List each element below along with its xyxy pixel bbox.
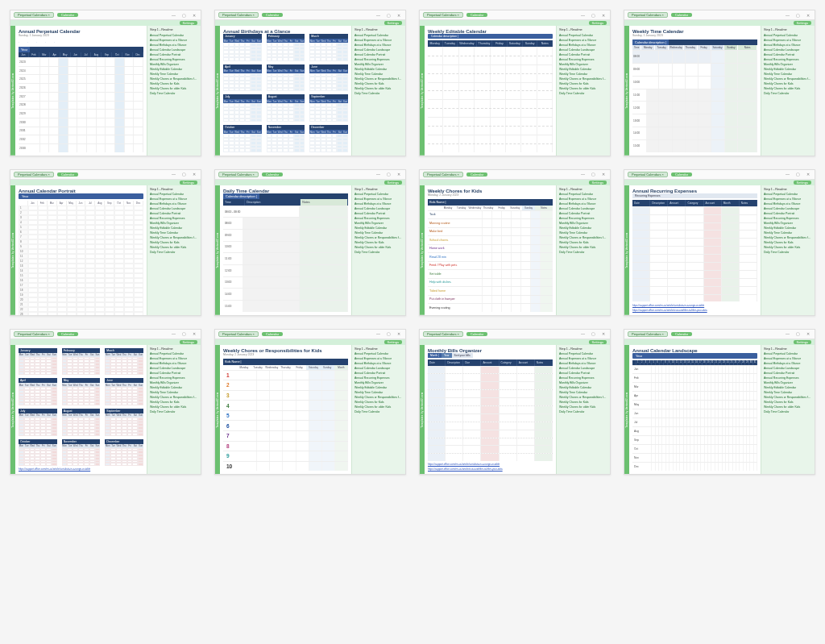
help-link[interactable]: https://support.office.com/en-us/article… [19, 467, 143, 471]
sidebar-link[interactable]: Annual Perpetual Calendar [150, 193, 198, 197]
sidebar-link[interactable]: Daily Time Calendar [559, 92, 607, 96]
sidebar-link[interactable]: Daily Time Calendar [764, 410, 812, 414]
sidebar-link[interactable]: Monthly Bills Organizer [559, 222, 607, 226]
sidebar-link[interactable]: Annual Calendar Landscape [764, 207, 812, 211]
max-icon[interactable]: ▢ [180, 172, 188, 177]
sidebar-link[interactable]: Daily Time Calendar [150, 92, 198, 96]
sidebar-link[interactable]: Monthly Bills Organizer [150, 63, 198, 67]
sidebar-link[interactable]: Annual Perpetual Calendar [150, 34, 198, 38]
sidebar-link[interactable]: Weekly Chores for older Kids [559, 87, 607, 91]
sidebar-link[interactable]: Annual Birthdays at a Glance [764, 44, 812, 48]
sidebar-link[interactable]: Weekly Chores for older Kids [559, 405, 607, 409]
sidebar-link[interactable]: Annual Calendar Landscape [150, 367, 198, 371]
kids-name-button[interactable]: Kids Name | [223, 359, 244, 365]
tab-perpetual[interactable]: Perpetual Calendars × [628, 172, 668, 177]
sidebar-link[interactable]: Weekly Chores for Kids [764, 401, 812, 405]
sidebar-link[interactable]: Annual Calendar Landscape [764, 367, 812, 371]
sidebar-link[interactable]: Monthly Bills Organizer [354, 222, 403, 226]
sidebar-link[interactable]: Weekly Chores for Kids [354, 82, 403, 86]
description-button[interactable]: Calendar description | [428, 34, 553, 39]
sidebar-link[interactable]: Annual Perpetual Calendar [764, 34, 812, 38]
sidebar-link[interactable]: Weekly Time Calendar [354, 391, 403, 395]
sidebar-link[interactable]: Annual Recurring Expenses [764, 58, 812, 62]
sidebar-link[interactable]: Annual Birthdays at a Glance [354, 202, 403, 206]
tab-calendar[interactable]: Calendar [57, 172, 78, 177]
sidebar-link[interactable]: Weekly Time Calendar [764, 73, 812, 77]
sidebar-link[interactable]: Daily Time Calendar [559, 251, 607, 255]
help-link[interactable]: https://support.office.com/en-us/article… [632, 309, 757, 312]
sidebar-link[interactable]: Weekly Chores for older Kids [354, 246, 403, 250]
sidebar-link[interactable]: Weekly Chores for Kids [354, 401, 403, 405]
settings-button[interactable]: Settings [589, 340, 607, 344]
tab-calendar[interactable]: Calendar [57, 13, 78, 17]
sidebar-link[interactable]: Weekly Editable Calendar [354, 68, 403, 72]
sidebar-link[interactable]: Annual Calendar Portrait [764, 372, 812, 376]
sidebar-link[interactable]: Annual Calendar Landscape [354, 207, 403, 211]
settings-button[interactable]: Settings [384, 340, 402, 344]
min-icon[interactable]: — [784, 331, 791, 336]
sidebar-link[interactable]: Monthly Bills Organizer [354, 381, 403, 385]
sidebar-link[interactable]: Weekly Chores or Responsibilities for… [354, 236, 403, 240]
sidebar-link[interactable]: Weekly Chores or Responsibilities for… [764, 396, 812, 400]
sidebar-link[interactable]: Annual Calendar Landscape [150, 48, 198, 52]
sidebar-link[interactable]: Annual Perpetual Calendar [354, 34, 403, 38]
max-icon[interactable]: ▢ [794, 13, 802, 18]
settings-button[interactable]: Settings [589, 21, 607, 25]
settings-button[interactable]: Settings [180, 181, 197, 185]
sidebar-link[interactable]: Weekly Chores or Responsibilities for… [150, 236, 198, 240]
tab-calendar[interactable]: Calendar [671, 13, 692, 17]
sidebar-link[interactable]: Annual Expenses at a Glance [354, 357, 403, 361]
sidebar-link[interactable]: Weekly Time Calendar [559, 391, 607, 395]
sidebar-link[interactable]: Annual Perpetual Calendar [354, 352, 403, 356]
sidebar-link[interactable]: Weekly Chores for older Kids [354, 87, 403, 91]
sidebar-link[interactable]: Annual Expenses at a Glance [764, 357, 812, 361]
sidebar-link[interactable]: Weekly Chores or Responsibilities for… [559, 77, 607, 81]
sidebar-link[interactable]: Annual Birthdays at a Glance [764, 202, 812, 206]
sidebar-link[interactable]: Weekly Time Calendar [150, 73, 198, 77]
sidebar-link[interactable]: Annual Recurring Expenses [559, 217, 607, 221]
sidebar-link[interactable]: Daily Time Calendar [150, 251, 198, 255]
sidebar-link[interactable]: Weekly Editable Calendar [764, 226, 812, 231]
year-button[interactable]: Year [442, 353, 452, 358]
tab-calendar[interactable]: Calendar [466, 332, 487, 336]
min-icon[interactable]: — [579, 13, 587, 18]
sidebar-link[interactable]: Daily Time Calendar [764, 251, 812, 255]
tab-calendar[interactable]: Calendar [262, 332, 283, 336]
sidebar-link[interactable]: Weekly Editable Calendar [150, 226, 198, 231]
sort-button[interactable]: Sort your bills [452, 353, 473, 358]
close-icon[interactable]: ✕ [191, 172, 197, 177]
tab-calendar[interactable]: Calendar [466, 172, 487, 177]
sidebar-link[interactable]: Weekly Chores for Kids [559, 401, 607, 405]
tab-perpetual[interactable]: Perpetual Calendars × [628, 12, 668, 18]
sidebar-link[interactable]: Weekly Chores or Responsibilities for… [354, 77, 403, 81]
sidebar-link[interactable]: Weekly Time Calendar [150, 391, 198, 395]
sidebar-link[interactable]: Weekly Chores for Kids [150, 241, 198, 245]
sidebar-link[interactable]: Annual Expenses at a Glance [559, 197, 607, 202]
settings-button[interactable]: Settings [589, 181, 607, 185]
sidebar-link[interactable]: Weekly Chores for Kids [150, 82, 198, 86]
sidebar-link[interactable]: Weekly Chores for Kids [764, 241, 812, 245]
sidebar-link[interactable]: Annual Birthdays at a Glance [559, 362, 607, 366]
sidebar-link[interactable]: Weekly Time Calendar [764, 391, 812, 395]
sidebar-link[interactable]: Annual Birthdays at a Glance [150, 362, 198, 366]
sidebar-link[interactable]: Weekly Editable Calendar [354, 226, 403, 231]
sidebar-link[interactable]: Weekly Chores or Responsibilities for… [559, 236, 607, 240]
sidebar-link[interactable]: Monthly Bills Organizer [150, 222, 198, 226]
sidebar-link[interactable]: Weekly Chores for older Kids [764, 405, 812, 409]
sidebar-link[interactable]: Annual Expenses at a Glance [150, 357, 198, 361]
sidebar-link[interactable]: Monthly Bills Organizer [354, 63, 403, 67]
sidebar-link[interactable]: Annual Calendar Portrait [354, 212, 403, 216]
sidebar-link[interactable]: Annual Calendar Portrait [559, 53, 607, 57]
tab-perpetual[interactable]: Perpetual Calendars × [218, 172, 259, 177]
kids-name-button[interactable]: Kids Name | [428, 199, 473, 206]
close-icon[interactable]: ✕ [191, 331, 197, 336]
sidebar-link[interactable]: Weekly Chores for Kids [764, 82, 812, 86]
max-icon[interactable]: ▢ [180, 13, 188, 18]
sidebar-link[interactable]: Weekly Chores for older Kids [559, 246, 607, 250]
sidebar-link[interactable]: Annual Expenses at a Glance [764, 39, 812, 43]
sidebar-link[interactable]: Weekly Chores or Responsibilities for… [764, 236, 812, 240]
sidebar-link[interactable]: Annual Perpetual Calendar [150, 352, 198, 356]
sidebar-link[interactable]: Annual Calendar Portrait [559, 372, 607, 376]
min-icon[interactable]: — [579, 331, 587, 336]
sidebar-link[interactable]: Monthly Bills Organizer [150, 381, 198, 385]
